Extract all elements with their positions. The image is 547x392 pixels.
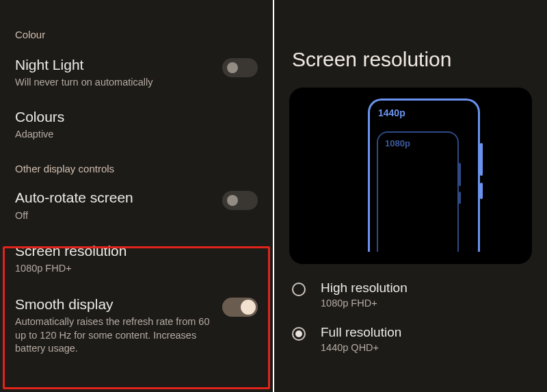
screen-resolution-panel: Screen resolution 1440p 1080p High resol… bbox=[274, 0, 547, 392]
display-settings-left: Colour Night Light Will never turn on au… bbox=[0, 0, 273, 392]
colours-subtitle: Adaptive bbox=[15, 128, 247, 142]
resolution-option-high[interactable]: High resolution 1080p FHD+ bbox=[274, 280, 547, 309]
phone-side-button-icon bbox=[480, 183, 483, 199]
night-light-toggle[interactable] bbox=[222, 58, 258, 77]
setting-screen-resolution[interactable]: Screen resolution 1080p FHD+ bbox=[0, 243, 273, 276]
setting-smooth-display[interactable]: Smooth display Automatically raises the … bbox=[0, 296, 273, 356]
auto-rotate-subtitle: Off bbox=[15, 209, 211, 223]
smooth-display-subtitle: Automatically raises the refresh rate fr… bbox=[15, 315, 211, 356]
smooth-display-title: Smooth display bbox=[15, 296, 211, 313]
option-full-title: Full resolution bbox=[321, 325, 401, 340]
toggle-knob-icon bbox=[241, 300, 256, 315]
setting-night-light[interactable]: Night Light Will never turn on automatic… bbox=[0, 57, 273, 90]
setting-auto-rotate[interactable]: Auto-rotate screen Off bbox=[0, 190, 273, 222]
screen-resolution-subtitle: 1080p FHD+ bbox=[15, 262, 247, 276]
toggle-knob-icon bbox=[227, 62, 238, 73]
night-light-title: Night Light bbox=[15, 57, 211, 73]
section-header-colour: Colour bbox=[0, 0, 273, 40]
page-title: Screen resolution bbox=[274, 0, 547, 71]
phone-side-button-icon bbox=[459, 192, 461, 204]
resolution-option-full[interactable]: Full resolution 1440p QHD+ bbox=[274, 325, 547, 353]
resolution-illustration: 1440p 1080p bbox=[289, 88, 532, 264]
setting-colours[interactable]: Colours Adaptive bbox=[0, 109, 273, 142]
section-header-other: Other display controls bbox=[0, 141, 273, 174]
option-full-subtitle: 1440p QHD+ bbox=[321, 342, 401, 353]
phone-outline-1080p-icon: 1080p bbox=[377, 131, 459, 252]
illustration-label-1080p: 1080p bbox=[385, 138, 410, 148]
radio-icon[interactable] bbox=[292, 327, 306, 341]
toggle-knob-icon bbox=[227, 195, 238, 206]
screen-resolution-title: Screen resolution bbox=[15, 243, 247, 259]
illustration-label-1440p: 1440p bbox=[378, 107, 405, 118]
colours-title: Colours bbox=[15, 109, 247, 125]
radio-icon[interactable] bbox=[292, 283, 306, 296]
phone-side-button-icon bbox=[480, 143, 483, 176]
option-high-subtitle: 1080p FHD+ bbox=[321, 298, 408, 309]
auto-rotate-toggle[interactable] bbox=[222, 191, 258, 210]
phone-side-button-icon bbox=[459, 163, 461, 186]
auto-rotate-title: Auto-rotate screen bbox=[15, 190, 211, 206]
option-high-title: High resolution bbox=[321, 280, 408, 296]
night-light-subtitle: Will never turn on automatically bbox=[15, 76, 211, 90]
smooth-display-toggle[interactable] bbox=[222, 298, 258, 317]
